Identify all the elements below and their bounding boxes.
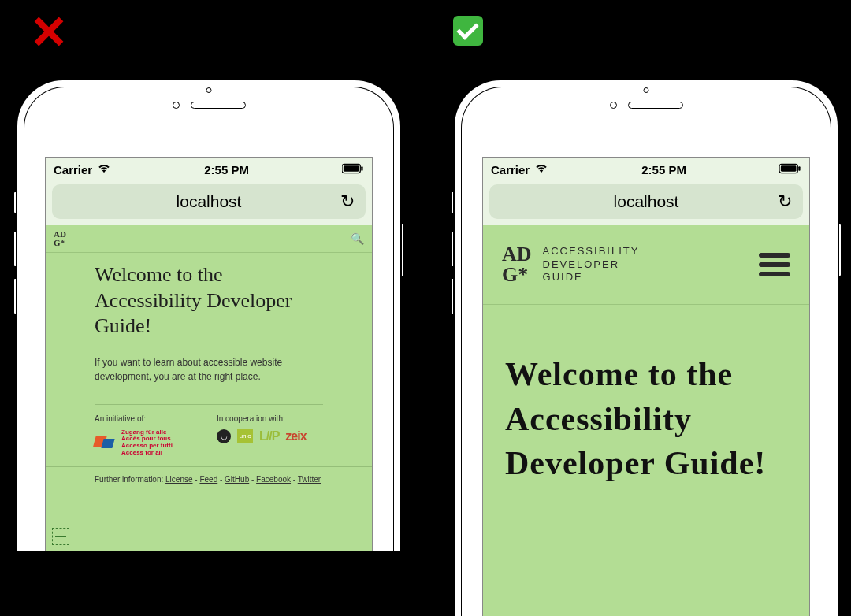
menu-outline-icon[interactable] [52, 528, 69, 545]
search-icon[interactable]: 🔍 [351, 232, 364, 245]
svg-rect-5 [798, 166, 800, 171]
unic-logo[interactable]: unic [237, 429, 253, 443]
svg-rect-2 [361, 166, 362, 171]
url-bar[interactable]: localhost ↻ [489, 184, 803, 219]
speaker-icon [628, 102, 683, 109]
screen-good: Carrier 2:55 PM localhost ↻ [482, 157, 810, 616]
status-time: 2:55 PM [641, 163, 686, 176]
screen-bad: Carrier 2:55 PM localhost ↻ AD [45, 157, 373, 551]
initiative-logo[interactable]: Zugang für alle Accès pour tous Accesso … [95, 429, 201, 457]
intro-paragraph: If you want to learn about accessible we… [95, 355, 323, 384]
url-bar[interactable]: localhost ↻ [52, 184, 366, 219]
hamburger-icon[interactable] [759, 253, 790, 276]
svg-rect-1 [344, 165, 359, 171]
carrier-label: Carrier [491, 163, 530, 176]
wifi-icon [534, 163, 548, 176]
carrier-label: Carrier [54, 163, 92, 176]
speaker-icon [191, 102, 246, 109]
bad-indicator-icon [32, 16, 63, 55]
good-indicator-icon [453, 16, 483, 54]
page-content-bad: AD G* 🔍 Welcome to the Accessibility Dev… [46, 225, 372, 551]
logo-small[interactable]: AD G* [54, 230, 66, 247]
link-facebook[interactable]: Facebook [256, 475, 291, 484]
page-content-good: AD G* ACCESSIBILITY DEVELOPER GUIDE [483, 225, 809, 616]
camera-icon [610, 102, 617, 109]
liip-logo[interactable]: L//P [259, 429, 279, 443]
logo-mark: AD G* [502, 244, 532, 285]
url-text: localhost [614, 192, 679, 211]
nothing-logo-icon[interactable]: ◡ [217, 429, 231, 443]
footer-links: Further information: License - Feed - Gi… [46, 466, 372, 492]
zfa-logo-icon [95, 432, 115, 453]
link-github[interactable]: GitHub [225, 475, 249, 484]
link-feed[interactable]: Feed [199, 475, 217, 484]
phone-notch [24, 102, 393, 109]
link-twitter[interactable]: Twitter [298, 475, 321, 484]
initiative-label: An initiative of: [95, 414, 201, 423]
cooperation-label: In cooperation with: [217, 414, 323, 423]
reload-icon[interactable]: ↻ [340, 191, 355, 212]
svg-rect-4 [781, 165, 797, 171]
logo[interactable]: AD G* ACCESSIBILITY DEVELOPER GUIDE [502, 244, 639, 285]
camera-icon [173, 102, 180, 109]
status-time: 2:55 PM [204, 163, 249, 176]
page-title: Welcome to the Accessibility Developer G… [505, 352, 787, 486]
url-text: localhost [177, 192, 242, 211]
zeix-logo[interactable]: zeix [285, 429, 306, 443]
wifi-icon [97, 163, 111, 176]
divider [95, 404, 323, 405]
battery-icon [342, 163, 364, 176]
reload-icon[interactable]: ↻ [778, 191, 792, 212]
zfa-text: Zugang für alle Accès pour tous Accesso … [121, 429, 173, 457]
cooperation-logos: ◡ unic L//P zeix [217, 429, 323, 443]
phone-frame-good: Carrier 2:55 PM localhost ↻ [453, 79, 839, 616]
logo-text: ACCESSIBILITY DEVELOPER GUIDE [543, 245, 640, 285]
status-bar: Carrier 2:55 PM [46, 158, 372, 181]
battery-icon [779, 163, 801, 176]
link-license[interactable]: License [165, 475, 192, 484]
page-title: Welcome to the Accessibility Developer G… [95, 262, 323, 340]
status-bar: Carrier 2:55 PM [483, 158, 809, 181]
phone-frame-bad: Carrier 2:55 PM localhost ↻ AD [16, 79, 402, 551]
phone-notch [462, 102, 831, 109]
